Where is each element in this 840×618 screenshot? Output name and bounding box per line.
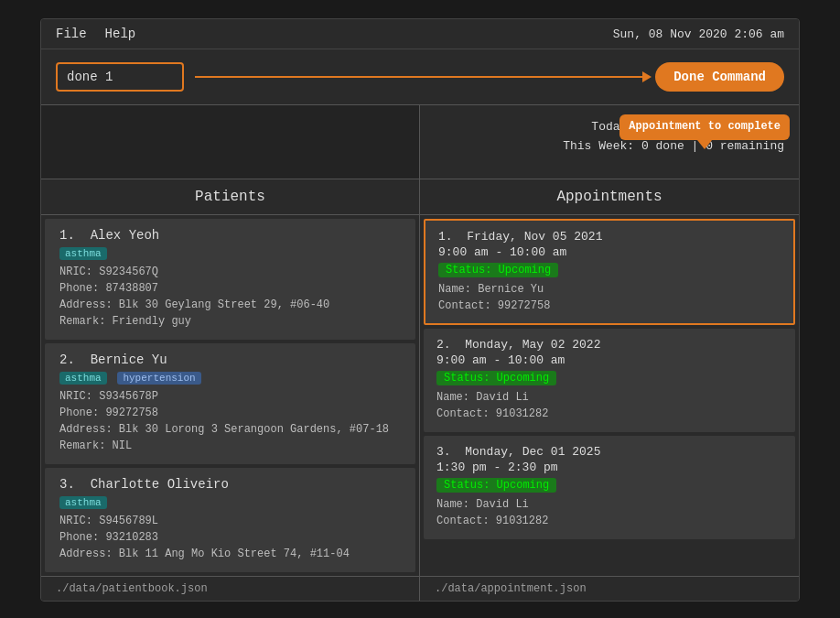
patients-panel: Patients 1. Alex Yeoh asthma NRIC: S9234… <box>41 179 420 576</box>
apt-3-title: 3. Monday, Dec 01 2025 <box>436 445 782 459</box>
patient-3-phone: Phone: 93210283 <box>59 529 401 546</box>
apt-2-status: Status: Upcoming <box>436 371 782 389</box>
tag-asthma-3: asthma <box>59 496 107 509</box>
menu-bar: File Help Sun, 08 Nov 2020 2:06 am <box>41 19 799 49</box>
main-window: File Help Sun, 08 Nov 2020 2:06 am Done … <box>40 18 800 602</box>
content-area: Patients 1. Alex Yeoh asthma NRIC: S9234… <box>41 179 799 576</box>
patient-2-name: 2. Bernice Yu <box>59 352 401 367</box>
datetime-display: Sun, 08 Nov 2020 2:06 am <box>613 27 784 41</box>
patient-2-nric: NRIC: S9345678P <box>59 388 401 405</box>
apt-1-status: Status: Upcoming <box>438 263 781 281</box>
patient-1-phone: Phone: 87438807 <box>59 280 401 297</box>
patient-2-address: Address: Blk 30 Lorong 3 Serangoon Garde… <box>59 421 401 438</box>
top-left-panel <box>41 105 420 179</box>
help-menu[interactable]: Help <box>105 27 136 41</box>
patient-3-tags: asthma <box>59 495 401 513</box>
patient-2-remark: Remark: NIL <box>59 438 401 454</box>
apt-3-time: 1:30 pm - 2:30 pm <box>436 461 782 474</box>
command-input[interactable] <box>56 62 184 92</box>
patient-1-name: 1. Alex Yeoh <box>59 228 401 243</box>
patient-card-3[interactable]: 3. Charlotte Oliveiro asthma NRIC: S9456… <box>45 468 415 572</box>
patient-3-name: 3. Charlotte Oliveiro <box>59 477 401 492</box>
command-bar: Done Command <box>41 49 799 105</box>
apt-1-time: 9:00 am - 10:00 am <box>438 245 781 259</box>
appointment-card-1[interactable]: 1. Friday, Nov 05 2021 9:00 am - 10:00 a… <box>424 219 795 325</box>
apt-1-name: Name: Bernice Yu <box>438 281 781 298</box>
appointment-card-3[interactable]: 3. Monday, Dec 01 2025 1:30 pm - 2:30 pm… <box>424 436 795 539</box>
file-menu[interactable]: File <box>56 27 87 41</box>
done-command-button[interactable]: Done Command <box>655 62 784 92</box>
patient-card-1[interactable]: 1. Alex Yeoh asthma NRIC: S9234567Q Phon… <box>45 219 415 340</box>
patient-3-nric: NRIC: S9456789L <box>59 513 401 529</box>
command-arrow <box>195 76 644 78</box>
menu-items: File Help <box>56 27 135 41</box>
tag-asthma-1: asthma <box>59 247 107 260</box>
patient-2-phone: Phone: 99272758 <box>59 405 401 421</box>
tooltip-arrow <box>697 140 712 149</box>
apt-2-time: 9:00 am - 10:00 am <box>436 353 782 367</box>
footer-bar: ./data/patientbook.json ./data/appointme… <box>41 576 799 601</box>
patient-1-address: Address: Blk 30 Geylang Street 29, #06-4… <box>59 297 401 313</box>
patient-3-address: Address: Blk 11 Ang Mo Kio Street 74, #1… <box>59 546 401 562</box>
appointment-card-2[interactable]: 2. Monday, May 02 2022 9:00 am - 10:00 a… <box>424 329 795 432</box>
apt-2-contact: Contact: 91031282 <box>436 406 782 422</box>
appointment-tooltip: Appointment to complete <box>619 114 790 140</box>
tag-asthma-2: asthma <box>59 372 107 385</box>
tag-hypertension-2: hypertension <box>117 372 200 385</box>
patient-1-tags: asthma <box>59 246 401 264</box>
apt-1-contact: Contact: 99272758 <box>438 298 781 314</box>
patient-card-2[interactable]: 2. Bernice Yu asthma hypertension NRIC: … <box>45 343 415 464</box>
apt-3-status: Status: Upcoming <box>436 478 782 496</box>
apt-2-title: 2. Monday, May 02 2022 <box>436 338 782 352</box>
apt-3-name: Name: David Li <box>436 496 782 513</box>
apt-1-title: 1. Friday, Nov 05 2021 <box>438 230 781 244</box>
appointments-panel: Appointments 1. Friday, Nov 05 2021 9:00… <box>420 179 799 576</box>
patient-1-remark: Remark: Friendly guy <box>59 313 401 330</box>
patients-header: Patients <box>41 179 419 215</box>
top-section: Today: 0 done | 0 remaining This Week: 0… <box>41 105 799 179</box>
top-right-panel: Today: 0 done | 0 remaining This Week: 0… <box>420 105 799 179</box>
week-stats: This Week: 0 done | 0 remaining <box>435 137 784 157</box>
appointments-footer-path: ./data/appointment.json <box>420 577 799 601</box>
appointments-header: Appointments <box>420 179 799 215</box>
patient-2-tags: asthma hypertension <box>59 371 401 388</box>
apt-2-name: Name: David Li <box>436 389 782 406</box>
patient-1-nric: NRIC: S9234567Q <box>59 264 401 280</box>
apt-3-contact: Contact: 91031282 <box>436 513 782 529</box>
patients-footer-path: ./data/patientbook.json <box>41 577 420 601</box>
